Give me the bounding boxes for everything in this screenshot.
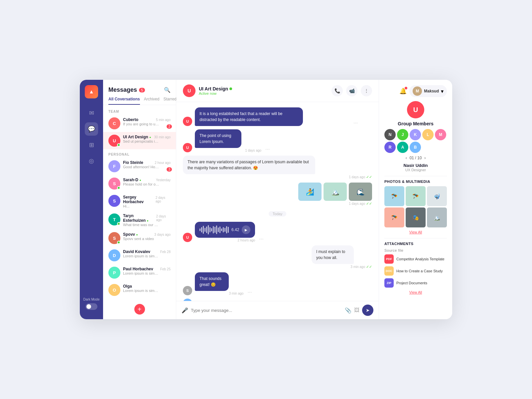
attachment-item-2: DOC How to Create a Case Study [384, 266, 447, 276]
image-icon[interactable]: 🖼 [354, 307, 359, 313]
tab-all-conversations[interactable]: All Coversations [108, 97, 140, 105]
conv-item-sarah[interactable]: S Sarah-D ● Yesterday Please hold on for… [103, 175, 176, 192]
dark-mode-toggle[interactable] [85, 303, 97, 310]
taryn-avatar-wrap: T [108, 213, 120, 225]
group-logo: U [407, 101, 424, 118]
photo-thumb-2: 🏔️ [324, 183, 347, 201]
paul-name: Paul Horbachev [123, 267, 153, 271]
messages-badge: 5 [139, 88, 145, 92]
nav-mail-icon[interactable]: ✉ [85, 106, 98, 120]
video-button[interactable]: 📹 [346, 85, 357, 96]
chat-main: U UI Art Design Active now 📞 📹 ⋮ U It is… [176, 80, 379, 319]
tab-archived[interactable]: Archived [144, 97, 160, 105]
chat-header-status: Active now [199, 91, 328, 95]
nav-circle-icon[interactable]: ◎ [85, 154, 98, 168]
message-more-2[interactable]: ··· [265, 146, 270, 152]
attachment-name-2: How to Create a Case Study [396, 269, 443, 273]
conv-item-spovv[interactable]: S Spovv ● 3 days ago Spovv sent a video [103, 229, 176, 247]
send-button[interactable]: ➤ [362, 305, 373, 316]
member-avatar-2: K [410, 129, 421, 140]
divider-2 [384, 238, 447, 238]
sender-avatar-sounds: S [183, 286, 192, 295]
ui-art-preview: Sed ut perspiciatis iste natus error sit… [123, 139, 160, 143]
cuberto-avatar-wrap: C [108, 117, 120, 129]
more-button[interactable]: ⋮ [361, 85, 372, 96]
user-name: Maksud [424, 89, 439, 93]
search-button[interactable]: 🔍 [164, 87, 171, 93]
message-more-voice[interactable]: ··· [259, 236, 263, 242]
conv-item-taryn[interactable]: T Taryn Esterhuizen ● 2 days ago What ti… [103, 211, 176, 229]
olga-info: Olga Lorem ipsum is simple... [123, 284, 171, 293]
tab-starred[interactable]: Starred [163, 97, 176, 105]
spovv-time: 3 days ago [154, 233, 171, 236]
attachment-icon[interactable]: 📎 [345, 307, 351, 314]
group-members-title: Group Members [384, 121, 447, 126]
photo-grid: 🪂 🪂 🤿 🪂 🎭 🏔️ [384, 186, 447, 227]
photo-cell-6: 🏔️ [427, 207, 447, 227]
notification-dot [405, 87, 407, 89]
nav-chat-icon[interactable]: 💬 [85, 122, 98, 136]
david-info: David Kovalev Feb 28 Lorem ipsum is simp… [123, 249, 171, 258]
msg-row-voice: U [183, 222, 264, 242]
chat-online-dot [229, 87, 232, 90]
paul-preview: Lorem ipsum is simple... [123, 271, 160, 275]
conv-item-david[interactable]: D David Kovalev Feb 28 Lorem ipsum is si… [103, 247, 176, 264]
right-panel: 🔔 M Maksud ▾ U Group Members N J K L M R… [379, 80, 452, 319]
conv-item-olga[interactable]: O Olga Lorem ipsum is simple... [103, 281, 176, 299]
message-bubble-sounds-great: That sounds great! 😊 [195, 272, 229, 291]
prev-member-button[interactable]: ‹ [406, 156, 407, 160]
conversations-header: Messages 5 🔍 [103, 80, 176, 93]
messages-area: U It is a long established fact that a r… [176, 102, 379, 301]
view-all-photos-link[interactable]: View All [384, 230, 447, 234]
conv-item-ui-art-design[interactable]: U UI Art Design ● 30 min ago Sed ut pers… [103, 132, 176, 149]
conv-item-cuberto[interactable]: C Cuberto 5 min ago If you are going to … [103, 115, 176, 132]
conv-item-fio[interactable]: F Fio Steinle 2 hour ago Good afternoon!… [103, 158, 176, 175]
notification-button[interactable]: 🔔 [399, 87, 407, 95]
nav-grid-icon[interactable]: ⊞ [85, 138, 98, 152]
sergey-avatar: S [108, 195, 120, 207]
member-avatar-4: M [435, 129, 446, 140]
attachment-zip-icon: ZIP [384, 278, 394, 288]
sender-avatar-2: U [183, 143, 192, 152]
voice-play-button[interactable]: ▶ [242, 225, 250, 234]
chat-input[interactable] [191, 308, 342, 313]
conv-item-paul[interactable]: P Paul Horbachev Feb 25 Lorem ipsum is s… [103, 264, 176, 281]
user-chip[interactable]: M Maksud ▾ [409, 85, 447, 97]
next-member-button[interactable]: › [424, 156, 426, 160]
david-name: David Kovalev [123, 249, 150, 254]
spovv-avatar-wrap: S [108, 232, 120, 244]
ui-art-info: UI Art Design ● 30 min ago Sed ut perspi… [123, 135, 171, 143]
taryn-info: Taryn Esterhuizen ● 2 days ago What time… [123, 213, 171, 227]
photo-row: 🏄 🏔️ 🌊 ▶ [298, 183, 372, 201]
olga-name: Olga [123, 284, 132, 289]
active-member-role: UX Designer [384, 168, 447, 172]
play-overlay: ▶ [349, 183, 372, 201]
member-avatar-0: N [384, 129, 396, 140]
msg-row-1: U It is a long established fact that a r… [183, 107, 358, 126]
fio-name: Fio Steinle [123, 160, 143, 165]
member-avatar-6: A [397, 142, 408, 153]
message-bubble-3: There are many variations of passages of… [183, 156, 315, 174]
cuberto-time: 5 min ago [156, 118, 171, 122]
message-more-1[interactable]: ··· [353, 120, 358, 126]
msg-row-typing: SA Samsul Alam is Typing ··· [183, 299, 238, 301]
phone-button[interactable]: 📞 [332, 85, 343, 96]
msg-time-2: 1 days ago [195, 149, 261, 152]
photo-cell-5: 🎭 [406, 207, 426, 227]
mic-icon[interactable]: 🎤 [182, 307, 188, 314]
add-conversation-button[interactable]: + [134, 304, 145, 315]
msg-time-voice: 2 hours ago [195, 238, 255, 242]
david-avatar-wrap: D [108, 249, 120, 261]
sergey-preview: Hi... [123, 204, 160, 208]
spovv-info: Spovv ● 3 days ago Spovv sent a video [123, 232, 171, 241]
fio-preview: Good afternoon! How may.. [123, 165, 160, 169]
message-more-sounds[interactable]: ··· [247, 289, 252, 295]
view-all-attachments-link[interactable]: View All [384, 290, 447, 294]
chat-input-area: 🎤 📎 🖼 ➤ [176, 301, 379, 319]
conv-item-sergey[interactable]: S Sergey Horbachev 2 days ago Hi... [103, 192, 176, 211]
ui-art-online-indicator [117, 143, 120, 147]
david-time: Feb 28 [160, 250, 171, 254]
sarah-time: Yesterday [156, 178, 171, 182]
photo-cell-1: 🪂 [384, 186, 404, 206]
fio-unread: 3 [167, 167, 172, 172]
